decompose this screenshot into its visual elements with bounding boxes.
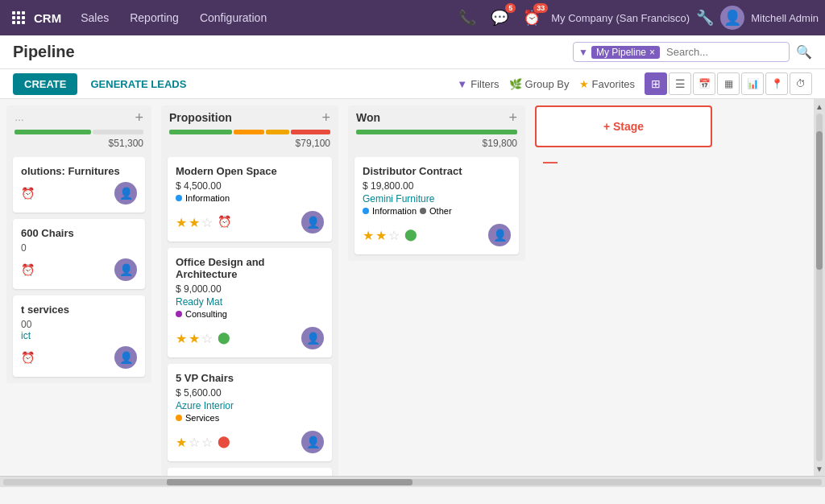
favorites-button[interactable]: ★ Favorites — [579, 78, 635, 90]
red-dash-indicator: — — [535, 154, 712, 171]
kanban-card[interactable]: 600 Chairs 0 ⏰ 👤 — [13, 219, 145, 289]
card-company: Gemini Furniture — [363, 193, 511, 204]
subheader: Pipeline ▼ My Pipeline × 🔍 — [0, 35, 825, 69]
partial-col-cards: olutions: Furnitures ⏰ 👤 600 Chairs 0 ⏰ — [6, 154, 151, 383]
card-avatar: 👤 — [301, 211, 324, 233]
card-footer: ⏰ 👤 — [21, 258, 137, 281]
kanban-card[interactable]: olutions: Furnitures ⏰ 👤 — [13, 157, 145, 213]
search-input[interactable] — [663, 44, 784, 60]
star-3[interactable]: ☆ — [201, 435, 213, 450]
progress-bar-proposition — [161, 130, 338, 138]
card-title: 600 Chairs — [21, 227, 137, 239]
tag-dot — [420, 208, 426, 214]
username[interactable]: Mitchell Admin — [751, 12, 819, 24]
activity-clock-icon: ⏰ — [21, 351, 35, 364]
menu-item-sales[interactable]: Sales — [71, 8, 118, 27]
favorites-label: Favorites — [592, 78, 635, 90]
search-button[interactable]: 🔍 — [796, 44, 812, 60]
kanban-card[interactable]: Distributor Contract $ 19,800.00 Gemini … — [354, 157, 519, 254]
activity-icon-button[interactable]: ⏰ 33 — [519, 5, 545, 31]
star-2[interactable]: ★ — [189, 331, 200, 346]
horizontal-scrollbar[interactable] — [0, 476, 825, 487]
generate-leads-button[interactable]: GENERATE LEADS — [84, 73, 193, 95]
col-cards-won: Distributor Contract $ 19,800.00 Gemini … — [348, 154, 525, 261]
my-pipeline-tag[interactable]: My Pipeline × — [591, 46, 660, 59]
tag-close-button[interactable]: × — [649, 47, 655, 58]
card-footer: ★ ★ ☆ ⏰ 👤 — [176, 211, 324, 233]
scroll-track — [816, 114, 823, 461]
star-1[interactable]: ★ — [176, 331, 187, 346]
card-tags: Consulting — [176, 309, 324, 322]
star-1[interactable]: ★ — [176, 435, 187, 450]
page-title: Pipeline — [13, 43, 412, 61]
menu-item-reporting[interactable]: Reporting — [120, 8, 189, 27]
kanban-card[interactable]: Modern Open Space $ 4,500.00 Information… — [168, 157, 332, 242]
kanban-card[interactable]: Need 20 Desks $ 60,000.00 — [168, 468, 332, 476]
star-1[interactable]: ★ — [363, 228, 374, 243]
card-stars: ★ ★ ☆ ⏰ — [176, 215, 231, 230]
tag-label: Consulting — [185, 309, 227, 319]
phone-icon-button[interactable]: 📞 — [454, 5, 480, 31]
search-area: ▼ My Pipeline × 🔍 — [412, 42, 812, 62]
star-2[interactable]: ☆ — [189, 435, 200, 450]
svg-rect-4 — [17, 16, 20, 19]
partial-col-add-button[interactable]: + — [135, 110, 143, 125]
tag-label: Information — [372, 206, 417, 216]
kanban-col-won: Won + $19,800 Distributor Contract $ 19,… — [348, 105, 525, 261]
card-amount: $ 5,600.00 — [176, 387, 324, 399]
menu-item-configuration[interactable]: Configuration — [190, 8, 276, 27]
col-add-button-proposition[interactable]: + — [321, 110, 330, 125]
group-by-button[interactable]: 🌿 Group By — [509, 78, 570, 90]
kanban-card[interactable]: 5 VP Chairs $ 5,600.00 Azure Interior Se… — [168, 364, 332, 461]
card-tag: Information — [176, 193, 230, 203]
card-amount-partial: 0 — [21, 242, 137, 254]
h-scroll-thumb[interactable] — [167, 479, 412, 485]
brand-name[interactable]: CRM — [34, 11, 61, 25]
card-tags: Information Other — [363, 206, 511, 219]
card-title: Modern Open Space — [176, 165, 324, 177]
svg-rect-6 — [12, 21, 15, 24]
star-3[interactable]: ☆ — [201, 331, 213, 346]
card-title: 5 VP Chairs — [176, 372, 324, 384]
apps-menu-button[interactable] — [6, 6, 31, 30]
star-3[interactable]: ☆ — [388, 228, 400, 243]
chart-view-button[interactable]: 📊 — [741, 72, 764, 95]
filters-button[interactable]: ▼ Filters — [457, 78, 499, 90]
scroll-up-button[interactable]: ▲ — [815, 101, 824, 112]
star-3[interactable]: ☆ — [201, 215, 213, 230]
activity-view-button[interactable]: ⏱ — [790, 72, 812, 95]
calendar-view-button[interactable]: 📅 — [693, 72, 715, 95]
company-selector[interactable]: My Company (San Francisco) — [551, 12, 690, 24]
settings-icon-button[interactable]: 🔧 — [696, 9, 714, 27]
wrench-icon: 🔧 — [696, 10, 714, 26]
vertical-scrollbar[interactable]: ▲ ▼ — [814, 99, 825, 476]
kanban-card[interactable]: t services 00 ict ⏰ 👤 — [13, 295, 145, 377]
table-view-button[interactable]: ▦ — [717, 72, 740, 95]
svg-rect-2 — [22, 11, 25, 14]
scroll-thumb[interactable] — [816, 131, 823, 271]
svg-rect-1 — [17, 11, 20, 14]
kanban-card[interactable]: Office Design and Architecture $ 9,000.0… — [168, 248, 332, 357]
col-title-won: Won — [356, 111, 380, 124]
col-amount-proposition: $79,100 — [161, 138, 338, 154]
tag-dot — [176, 195, 182, 201]
h-scroll-track — [3, 479, 822, 485]
activity-clock-icon: ⏰ — [218, 215, 231, 230]
user-avatar[interactable]: 👤 — [720, 6, 744, 30]
star-2[interactable]: ★ — [189, 215, 200, 230]
create-button[interactable]: CREATE — [13, 73, 77, 95]
star-1[interactable]: ★ — [176, 215, 187, 230]
card-avatar: 👤 — [301, 431, 324, 453]
map-view-button[interactable]: 📍 — [765, 72, 788, 95]
col-add-button-won[interactable]: + — [508, 110, 517, 125]
star-2[interactable]: ★ — [375, 228, 387, 243]
filters-label: Filters — [471, 78, 499, 90]
card-avatar: 👤 — [301, 327, 324, 349]
kanban-view-button[interactable]: ⊞ — [645, 72, 667, 95]
chat-icon-button[interactable]: 💬 5 — [487, 5, 512, 31]
add-stage-button[interactable]: + Stage — [535, 105, 712, 147]
group-by-label: Group By — [525, 78, 570, 90]
card-tag: Consulting — [176, 309, 227, 319]
list-view-button[interactable]: ☰ — [669, 72, 691, 95]
scroll-down-button[interactable]: ▼ — [815, 463, 824, 474]
